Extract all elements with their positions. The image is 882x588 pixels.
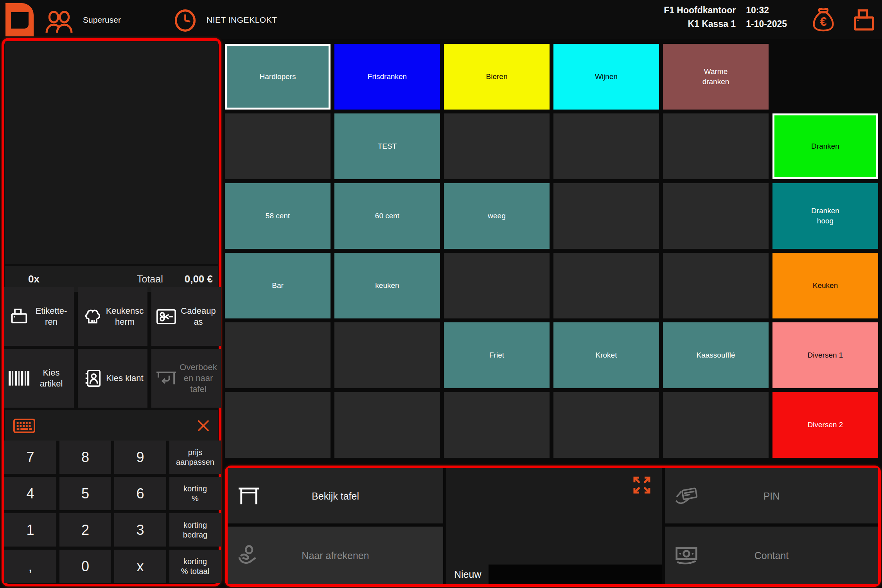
bottom-bar-annotated: Bekijk tafel Naar afrekenen Nieuw PIN Co… [225, 466, 881, 587]
contant-button[interactable]: Contant [665, 527, 878, 584]
tile-60-cent[interactable]: 60 cent [334, 183, 440, 249]
tile-weeg[interactable]: weeg [444, 183, 550, 249]
key-9[interactable]: 9 [114, 441, 166, 474]
key-3[interactable]: 3 [114, 513, 166, 547]
clock-status-label[interactable]: NIET INGEKLOKT [207, 15, 277, 25]
users-icon[interactable] [45, 11, 73, 34]
tab-nieuw-label: Nieuw [454, 569, 481, 580]
input-row [5, 410, 218, 441]
tile-hardlopers[interactable]: Hardlopers [225, 44, 331, 110]
time-label: 10:32 [746, 5, 769, 16]
empty-slot [663, 113, 769, 179]
top-bar: Superuser NIET INGEKLOKT F1 Hoofdkantoor… [0, 0, 882, 39]
empty-slot [663, 183, 769, 249]
app-logo[interactable] [5, 3, 34, 36]
keukenscherm-button[interactable]: Keukensc herm [78, 287, 147, 346]
korting-percent-totaal-key[interactable]: korting % totaal [169, 550, 221, 583]
empty-slot [553, 253, 659, 318]
tile-dranken[interactable]: Dranken [772, 113, 878, 179]
empty-slot [225, 322, 331, 388]
tile-diversen-2[interactable]: Diversen 2 [772, 392, 878, 458]
kies-klant-button-label: Kies klant [104, 373, 147, 384]
bekijk-tafel-button[interactable]: Bekijk tafel [228, 468, 443, 523]
close-icon[interactable] [197, 419, 210, 432]
order-lines-area [5, 41, 218, 264]
pin-label: PIN [665, 490, 878, 502]
pos-app: Superuser NIET INGEKLOKT F1 Hoofdkantoor… [0, 0, 882, 588]
naar-afrekenen-label: Naar afrekenen [228, 550, 443, 561]
key-6[interactable]: 6 [114, 477, 166, 510]
tile-58-cent[interactable]: 58 cent [225, 183, 331, 249]
overboeken-naar-tafel-button-label: Overboek en naar tafel [178, 362, 221, 395]
kies-artikel-button[interactable]: Kies artikel [4, 349, 74, 408]
key-5[interactable]: 5 [59, 477, 111, 510]
empty-slot [663, 253, 769, 318]
kies-klant-button[interactable]: Kies klant [78, 349, 147, 408]
naar-afrekenen-button[interactable]: Naar afrekenen [228, 527, 443, 584]
date-label: 1-10-2025 [746, 19, 787, 29]
money-bag-euro-icon[interactable]: € [812, 7, 835, 32]
key-0[interactable]: 0 [59, 550, 111, 583]
empty-slot [553, 113, 659, 179]
empty-slot [225, 392, 331, 458]
cash-drawer-icon[interactable] [853, 9, 875, 31]
contact-book-icon [81, 369, 104, 387]
pin-button[interactable]: PIN [665, 468, 878, 523]
key-8[interactable]: 8 [59, 441, 111, 474]
cadeaupas-button-label: Cadeaup as [178, 306, 221, 327]
etiketteren-button[interactable]: Etikette- ren [4, 287, 74, 346]
tile-kroket[interactable]: Kroket [553, 322, 659, 388]
korting-percent-key[interactable]: korting % [169, 477, 221, 510]
table-transfer-icon [154, 370, 178, 387]
app-logo-hole [11, 12, 29, 29]
barcode-icon [7, 371, 31, 386]
key-7[interactable]: 7 [4, 441, 56, 474]
keukenscherm-button-label: Keukensc herm [104, 306, 147, 327]
clock-icon[interactable] [174, 9, 196, 32]
current-user-label[interactable]: Superuser [83, 15, 121, 25]
empty-slot [444, 392, 550, 458]
key-1[interactable]: 1 [4, 513, 56, 547]
key-2[interactable]: 2 [59, 513, 111, 547]
tile-keuken[interactable]: keuken [334, 253, 440, 318]
total-label: Totaal [137, 273, 163, 285]
expand-icon[interactable] [633, 476, 651, 494]
etiketteren-button-label: Etikette- ren [31, 306, 74, 327]
empty-slot [553, 183, 659, 249]
gift-card-icon [154, 309, 178, 324]
tile-frisdranken[interactable]: Frisdranken [334, 44, 440, 110]
tile-bieren[interactable]: Bieren [444, 44, 550, 110]
tile-bar[interactable]: Bar [225, 253, 331, 318]
tab-strip [489, 565, 662, 584]
empty-slot [663, 392, 769, 458]
tile-test[interactable]: TEST [334, 113, 440, 179]
tile-keuken[interactable]: Keuken [772, 253, 878, 318]
tile-warme-dranken[interactable]: Warme dranken [663, 44, 769, 110]
korting-bedrag-key[interactable]: korting bedrag [169, 513, 221, 547]
svg-text:€: € [820, 15, 826, 29]
quantity-label: 0x [28, 273, 40, 285]
comma-key[interactable]: , [4, 550, 56, 583]
tile-kaassouffle[interactable]: Kaassoufflé [663, 322, 769, 388]
tile-dranken-hoog[interactable]: Dranken hoog [772, 183, 878, 249]
empty-slot [334, 322, 440, 388]
contant-label: Contant [665, 550, 878, 561]
bekijk-tafel-label: Bekijk tafel [228, 490, 443, 502]
multiply-key[interactable]: x [114, 550, 166, 583]
key-4[interactable]: 4 [4, 477, 56, 510]
empty-slot [334, 392, 440, 458]
tile-wijnen[interactable]: Wijnen [553, 44, 659, 110]
tile-diversen-1[interactable]: Diversen 1 [772, 322, 878, 388]
total-value: 0,00 € [185, 273, 213, 285]
prijs-aanpassen-key[interactable]: prijs aanpassen [169, 441, 221, 474]
kies-artikel-button-label: Kies artikel [31, 367, 74, 389]
cadeaupas-button[interactable]: Cadeaup as [151, 287, 221, 346]
tab-nieuw[interactable]: Nieuw [446, 565, 489, 584]
tile-friet[interactable]: Friet [444, 322, 550, 388]
chef-hat-icon [81, 307, 104, 325]
label-printer-icon [7, 308, 31, 325]
empty-slot [225, 113, 331, 179]
virtual-keyboard-icon[interactable] [13, 419, 35, 433]
order-panel-annotated: 0x Totaal 0,00 € Etikette- renKeukensc h… [2, 38, 221, 586]
register-label: K1 Kassa 1 [688, 19, 736, 29]
